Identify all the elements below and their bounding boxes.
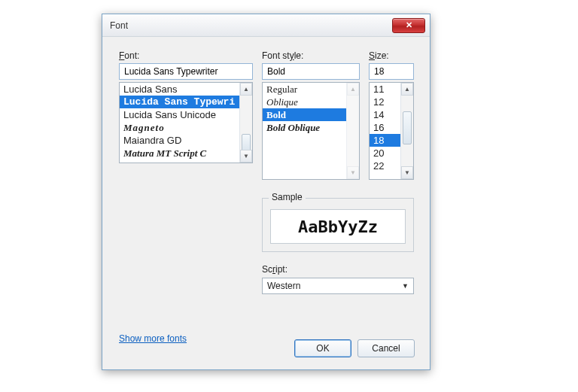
style-input[interactable] — [262, 63, 360, 80]
script-value: Western — [267, 281, 300, 291]
font-item[interactable]: Maiandra GD — [120, 134, 239, 147]
cancel-button[interactable]: Cancel — [357, 339, 415, 357]
style-section: Font style: RegularObliqueBoldBold Obliq… — [262, 50, 360, 180]
scroll-down-icon[interactable]: ▼ — [240, 150, 252, 163]
font-item[interactable]: Lucida Sans Typewri — [120, 96, 239, 108]
scroll-up-icon[interactable]: ▲ — [347, 83, 359, 96]
scroll-down-icon[interactable]: ▼ — [347, 166, 359, 179]
style-item[interactable]: Regular — [263, 83, 346, 96]
size-input[interactable] — [369, 63, 414, 80]
font-listbox[interactable]: Lucida SansLucida Sans TypewriLucida San… — [119, 82, 253, 163]
font-label: Font: — [119, 50, 253, 61]
script-label: Script: — [262, 264, 287, 275]
size-section: Size: 11121416182022 ▲ ▼ — [369, 50, 414, 180]
scroll-up-icon[interactable]: ▲ — [401, 83, 413, 96]
size-item[interactable]: 16 — [370, 121, 400, 134]
sample-box: AaBbYyZz — [270, 209, 406, 244]
dialog-body: Font: Lucida SansLucida Sans TypewriLuci… — [108, 43, 424, 363]
sample-group: Sample AaBbYyZz — [262, 198, 414, 252]
font-section: Font: Lucida SansLucida Sans TypewriLuci… — [119, 50, 253, 163]
close-button[interactable]: ✕ — [392, 18, 425, 33]
size-item[interactable]: 18 — [370, 134, 400, 147]
size-item[interactable]: 14 — [370, 108, 400, 121]
close-icon: ✕ — [406, 20, 412, 30]
button-row: OK Cancel — [294, 339, 415, 357]
sample-legend: Sample — [269, 192, 306, 202]
size-label: Size: — [369, 50, 414, 61]
size-item[interactable]: 12 — [370, 96, 400, 108]
font-item[interactable]: Lucida Sans — [120, 83, 239, 96]
scroll-up-icon[interactable]: ▲ — [240, 83, 252, 96]
ok-button[interactable]: OK — [294, 339, 351, 357]
style-item[interactable]: Bold Oblique — [263, 121, 346, 134]
font-input[interactable] — [119, 63, 253, 80]
font-dialog: Font ✕ Font: Lucida SansLucida Sans Type… — [102, 14, 430, 370]
scroll-thumb[interactable] — [403, 111, 412, 144]
size-scrollbar[interactable]: ▲ ▼ — [400, 83, 413, 179]
font-item[interactable]: Magneto — [120, 121, 239, 134]
scroll-down-icon[interactable]: ▼ — [401, 166, 413, 179]
style-item[interactable]: Oblique — [263, 96, 346, 108]
style-label: Font style: — [262, 50, 360, 61]
size-item[interactable]: 20 — [370, 147, 400, 160]
script-combobox[interactable]: Western ▼ — [262, 278, 414, 294]
window-title: Font — [110, 20, 392, 31]
style-item[interactable]: Bold — [263, 108, 346, 121]
show-more-fonts-link[interactable]: Show more fonts — [119, 333, 187, 344]
size-listbox[interactable]: 11121416182022 ▲ ▼ — [369, 82, 414, 180]
chevron-down-icon: ▼ — [402, 282, 409, 290]
style-listbox[interactable]: RegularObliqueBoldBold Oblique ▲ ▼ — [262, 82, 360, 180]
style-scrollbar[interactable]: ▲ ▼ — [346, 83, 359, 179]
size-item[interactable]: 22 — [370, 160, 400, 172]
font-item[interactable]: Matura MT Script C — [120, 147, 239, 160]
font-scrollbar[interactable]: ▲ ▼ — [239, 83, 252, 163]
size-item[interactable]: 11 — [370, 83, 400, 96]
titlebar: Font ✕ — [102, 14, 430, 37]
font-item[interactable]: Lucida Sans Unicode — [120, 108, 239, 121]
sample-text: AaBbYyZz — [298, 217, 378, 236]
